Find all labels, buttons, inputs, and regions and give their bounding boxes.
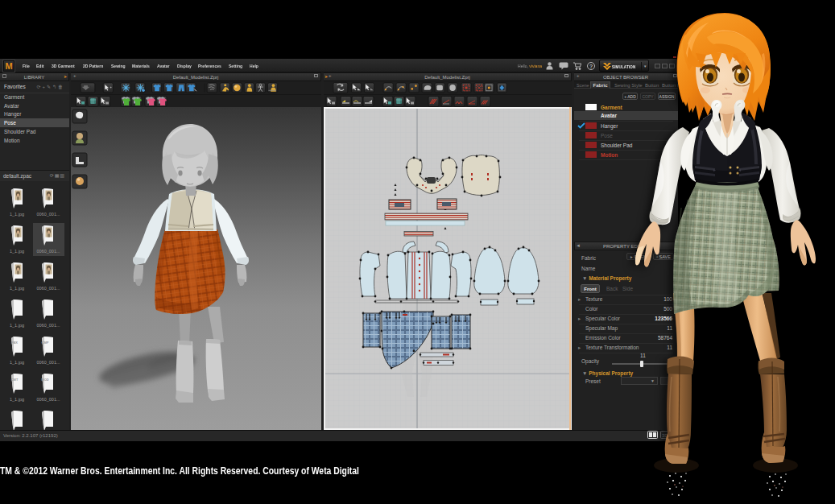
svg-text:0060_001...: 0060_001... <box>36 360 60 365</box>
svg-text:CMP: CMP <box>42 341 49 345</box>
svg-text:0060_001...: 0060_001... <box>36 397 60 402</box>
svg-text:0060_001...: 0060_001... <box>36 286 60 291</box>
svg-text:1_1.jpg: 1_1.jpg <box>10 249 24 254</box>
svg-text:FBX: FBX <box>11 341 18 345</box>
svg-text:1_1.jpg: 1_1.jpg <box>10 323 24 328</box>
svg-text:MOD: MOD <box>41 378 48 382</box>
svg-text:0060_001...: 0060_001... <box>36 323 60 328</box>
svg-text:?: ? <box>589 64 593 69</box>
svg-text:1_1.jpg: 1_1.jpg <box>10 286 24 291</box>
svg-text:1_1.jpg: 1_1.jpg <box>10 360 24 365</box>
svg-text:0060_001...: 0060_001... <box>36 212 60 217</box>
svg-text:CMT: CMT <box>11 378 19 382</box>
svg-text:0060_001...: 0060_001... <box>36 249 60 254</box>
svg-text:1_1.jpg: 1_1.jpg <box>10 397 24 402</box>
svg-text:1_1.jpg: 1_1.jpg <box>10 212 24 217</box>
